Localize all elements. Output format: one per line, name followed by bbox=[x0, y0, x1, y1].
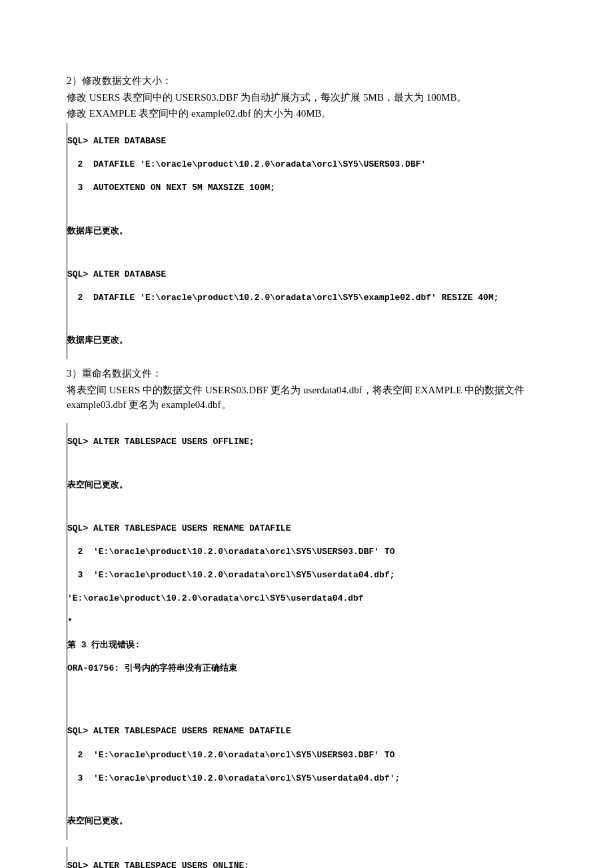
sql-error: 第 3 行出现错误: bbox=[67, 639, 546, 651]
sql-line: SQL> ALTER DATABASE bbox=[67, 269, 546, 281]
section-2-desc1: 修改 USERS 表空间中的 USERS03.DBF 为自动扩展方式，每次扩展 … bbox=[67, 90, 546, 105]
terminal-block-3: SQL> ALTER TABLESPACE USERS ONLINE; 表空间已… bbox=[67, 847, 546, 868]
sql-result: 数据库已更改。 bbox=[67, 225, 546, 237]
section-3-desc1: 将表空间 USERS 中的数据文件 USERS03.DBF 更名为 userda… bbox=[67, 383, 546, 413]
sql-line: 2 DATAFILE 'E:\oracle\product\10.2.0\ora… bbox=[67, 292, 546, 304]
sql-line: SQL> ALTER TABLESPACE USERS RENAME DATAF… bbox=[67, 523, 546, 535]
section-2-desc2: 修改 EXAMPLE 表空间中的 example02.dbf 的大小为 40MB… bbox=[67, 106, 546, 121]
terminal-block-2: SQL> ALTER TABLESPACE USERS OFFLINE; 表空间… bbox=[67, 423, 546, 841]
sql-line: SQL> ALTER TABLESPACE USERS RENAME DATAF… bbox=[67, 725, 546, 737]
sql-line: 3 'E:\oracle\product\10.2.0\oradata\orcl… bbox=[67, 773, 546, 785]
sql-line: * bbox=[67, 616, 546, 628]
sql-line: 2 DATAFILE 'E:\oracle\product\10.2.0\ora… bbox=[67, 159, 546, 171]
sql-line: 3 AUTOEXTEND ON NEXT 5M MAXSIZE 100M; bbox=[67, 182, 546, 194]
sql-result: 数据库已更改。 bbox=[67, 335, 546, 347]
section-3-title: 3）重命名数据文件： bbox=[67, 366, 546, 381]
section-2-title: 2）修改数据文件大小： bbox=[67, 73, 546, 89]
sql-error: ORA-01756: 引号内的字符串没有正确结束 bbox=[67, 663, 546, 675]
sql-line: SQL> ALTER DATABASE bbox=[67, 135, 546, 147]
sql-line: 2 'E:\oracle\product\10.2.0\oradata\orcl… bbox=[67, 546, 546, 558]
sql-result: 表空间已更改。 bbox=[67, 479, 546, 491]
sql-line: 'E:\oracle\product\10.2.0\oradata\orcl\S… bbox=[67, 593, 546, 605]
sql-line: SQL> ALTER TABLESPACE USERS OFFLINE; bbox=[67, 436, 546, 448]
sql-result: 表空间已更改。 bbox=[67, 815, 546, 827]
sql-line: 3 'E:\oracle\product\10.2.0\oradata\orcl… bbox=[67, 569, 546, 581]
sql-line: 2 'E:\oracle\product\10.2.0\oradata\orcl… bbox=[67, 749, 546, 761]
terminal-block-1: SQL> ALTER DATABASE 2 DATAFILE 'E:\oracl… bbox=[67, 123, 546, 360]
sql-line: SQL> ALTER TABLESPACE USERS ONLINE; bbox=[67, 860, 546, 868]
